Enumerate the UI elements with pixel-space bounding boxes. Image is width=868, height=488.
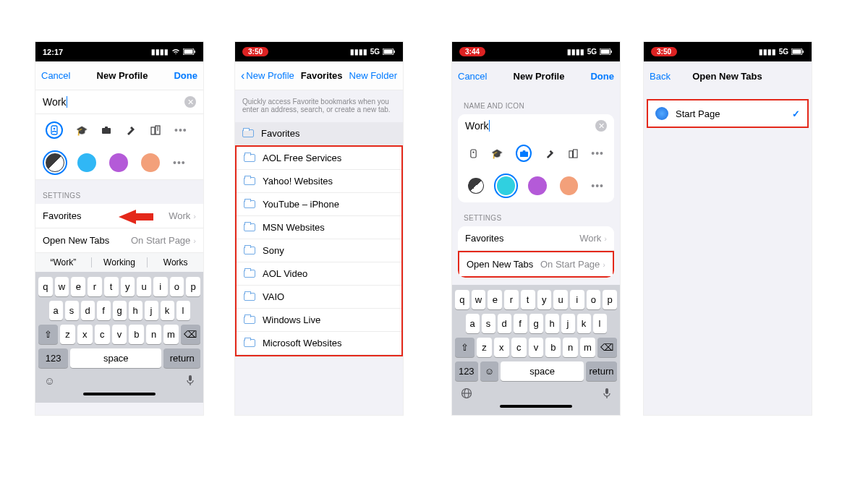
- start-page-row[interactable]: Start Page ✓: [648, 100, 807, 127]
- swatch-default[interactable]: [46, 153, 64, 172]
- folder-row[interactable]: MSN Websites: [237, 216, 401, 239]
- key-n[interactable]: n: [563, 338, 578, 357]
- key-a[interactable]: a: [466, 314, 480, 333]
- key-f[interactable]: f: [514, 314, 527, 333]
- folder-row[interactable]: Yahoo! Websites: [237, 170, 401, 193]
- hammer-icon[interactable]: [545, 147, 555, 159]
- more-colors-icon[interactable]: •••: [173, 157, 186, 168]
- building-icon[interactable]: [568, 147, 578, 159]
- key-b[interactable]: b: [545, 338, 561, 357]
- key-o[interactable]: o: [587, 290, 601, 309]
- key-q[interactable]: q: [38, 277, 53, 296]
- key-x[interactable]: x: [494, 338, 509, 357]
- key-y[interactable]: y: [537, 290, 552, 309]
- suggestion-3[interactable]: Works: [148, 257, 203, 267]
- key-f[interactable]: f: [97, 301, 111, 320]
- swatch-purple[interactable]: [109, 153, 128, 172]
- swatch-orange[interactable]: [141, 153, 160, 172]
- key-v[interactable]: v: [112, 325, 127, 344]
- space-key[interactable]: space: [501, 361, 584, 381]
- badge-icon[interactable]: [46, 121, 63, 139]
- cancel-button[interactable]: Cancel: [41, 70, 70, 81]
- key-o[interactable]: o: [170, 277, 184, 296]
- open-new-tabs-row[interactable]: Open New Tabs On Start Page ›: [35, 228, 203, 253]
- key-e[interactable]: e: [488, 290, 502, 309]
- profile-name-input[interactable]: Work ✕: [458, 114, 614, 137]
- key-x[interactable]: x: [77, 325, 93, 344]
- key-a[interactable]: a: [49, 301, 63, 320]
- key-h[interactable]: h: [129, 301, 142, 320]
- key-b[interactable]: b: [129, 325, 144, 344]
- briefcase-icon[interactable]: [101, 124, 112, 136]
- key-d[interactable]: d: [498, 314, 511, 333]
- more-icons-icon[interactable]: •••: [591, 147, 604, 159]
- key-j[interactable]: j: [145, 301, 158, 320]
- swatch-default[interactable]: [468, 178, 484, 194]
- space-key[interactable]: space: [70, 348, 161, 368]
- back-button[interactable]: ‹ New Profile: [241, 69, 294, 82]
- key-z[interactable]: z: [60, 325, 75, 344]
- key-p[interactable]: p: [603, 290, 617, 309]
- return-key[interactable]: return: [163, 348, 200, 368]
- graduation-icon[interactable]: 🎓: [491, 147, 503, 159]
- key-m[interactable]: m: [163, 325, 179, 344]
- key-v[interactable]: v: [529, 338, 544, 357]
- favorites-title-row[interactable]: Favorites: [235, 122, 403, 145]
- done-button[interactable]: Done: [590, 71, 614, 82]
- cancel-button[interactable]: Cancel: [458, 71, 487, 82]
- globe-icon[interactable]: [461, 388, 472, 399]
- key-h[interactable]: h: [545, 314, 559, 333]
- done-button[interactable]: Done: [174, 70, 197, 81]
- suggestion-1[interactable]: “Work”: [35, 257, 92, 267]
- num-key[interactable]: 123: [38, 348, 68, 368]
- clear-icon[interactable]: ✕: [595, 120, 607, 132]
- backspace-key[interactable]: ⌫: [597, 338, 617, 357]
- hammer-icon[interactable]: [125, 124, 137, 136]
- folder-row[interactable]: Windows Live: [237, 309, 401, 332]
- shift-key[interactable]: ⇧: [455, 338, 475, 357]
- num-key[interactable]: 123: [455, 361, 478, 381]
- key-c[interactable]: c: [95, 325, 110, 344]
- key-u[interactable]: u: [137, 277, 151, 296]
- mic-icon[interactable]: [186, 374, 195, 387]
- graduation-icon[interactable]: 🎓: [76, 124, 88, 136]
- key-t[interactable]: t: [104, 277, 119, 296]
- key-d[interactable]: d: [81, 301, 95, 320]
- folder-row[interactable]: AOL Video: [237, 262, 401, 286]
- key-i[interactable]: i: [570, 290, 584, 309]
- folder-row[interactable]: Microsoft Websites: [237, 332, 401, 355]
- more-colors-icon[interactable]: •••: [591, 180, 604, 192]
- swatch-blue[interactable]: [77, 153, 96, 172]
- emoji-icon[interactable]: ☺: [44, 374, 55, 387]
- more-icons-icon[interactable]: •••: [174, 124, 187, 136]
- key-q[interactable]: q: [455, 290, 469, 309]
- return-key[interactable]: return: [586, 361, 617, 381]
- clear-icon[interactable]: ✕: [184, 96, 196, 108]
- key-t[interactable]: t: [521, 290, 535, 309]
- key-g[interactable]: g: [529, 314, 543, 333]
- key-k[interactable]: k: [161, 301, 174, 320]
- swatch-blue[interactable]: [497, 176, 516, 195]
- key-r[interactable]: r: [88, 277, 102, 296]
- key-g[interactable]: g: [113, 301, 127, 320]
- key-p[interactable]: p: [186, 277, 200, 296]
- folder-row[interactable]: YouTube – iPhone: [237, 193, 401, 216]
- open-new-tabs-row[interactable]: Open New Tabs On Start Page ›: [458, 251, 614, 278]
- swatch-orange[interactable]: [560, 176, 579, 195]
- key-m[interactable]: m: [580, 338, 595, 357]
- badge-icon[interactable]: [468, 147, 478, 159]
- key-s[interactable]: s: [482, 314, 495, 333]
- key-w[interactable]: w: [55, 277, 69, 296]
- keyboard[interactable]: qwertyuiop asdfghjkl ⇧zxcvbnm⌫ 123 space…: [35, 272, 203, 403]
- folder-row[interactable]: AOL Free Services: [237, 147, 401, 170]
- swatch-purple[interactable]: [528, 176, 547, 195]
- key-s[interactable]: s: [65, 301, 79, 320]
- keyboard[interactable]: qwertyuiop asdfghjkl ⇧zxcvbnm⌫ 123 ☺ spa…: [452, 285, 620, 415]
- key-e[interactable]: e: [71, 277, 85, 296]
- suggestion-2[interactable]: Working: [92, 257, 148, 267]
- key-y[interactable]: y: [121, 277, 135, 296]
- key-c[interactable]: c: [511, 338, 527, 357]
- shift-key[interactable]: ⇧: [38, 325, 58, 344]
- folder-row[interactable]: VAIO: [237, 286, 401, 309]
- backspace-key[interactable]: ⌫: [181, 325, 200, 344]
